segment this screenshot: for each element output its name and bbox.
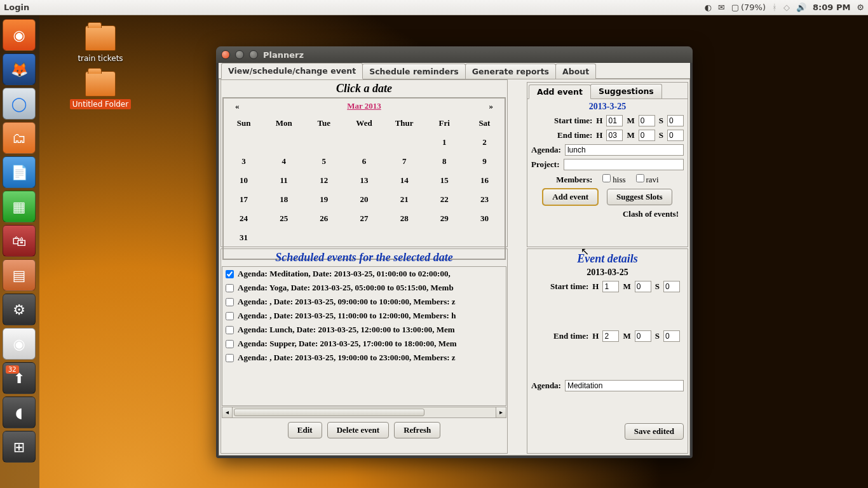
member-checkbox-hiss[interactable]: hiss [602, 174, 625, 185]
mail-icon[interactable]: ✉ [718, 3, 725, 12]
calendar-cell[interactable]: 13 [344, 171, 384, 190]
calendar-cell[interactable]: 14 [384, 171, 424, 190]
event-list-item[interactable]: Agenda: , Date: 2013-03-25, 19:00:00 to … [222, 351, 506, 365]
calendar-cell[interactable]: 2 [465, 133, 505, 152]
calendar-cell[interactable]: 30 [465, 209, 505, 228]
event-list-item[interactable]: Agenda: Meditation, Date: 2013-03-25, 01… [222, 267, 506, 281]
event-checkbox[interactable] [226, 270, 234, 278]
files-icon[interactable]: 🗂 [3, 122, 36, 154]
impress-icon[interactable]: ▤ [3, 259, 36, 291]
calendar-cell[interactable]: 4 [264, 152, 304, 171]
calendar-cell[interactable]: 9 [465, 152, 505, 171]
clock[interactable]: 8:09 PM [813, 3, 850, 12]
calendar-cell[interactable]: 12 [304, 171, 344, 190]
calendar-cell[interactable]: 5 [304, 152, 344, 171]
messaging-icon[interactable]: ◐ [704, 3, 711, 12]
calendar-cell[interactable]: 28 [384, 209, 424, 228]
calendar-cell[interactable]: 25 [264, 209, 304, 228]
scroll-thumb[interactable] [234, 409, 424, 416]
battery-indicator[interactable]: ▢(79%) [731, 3, 766, 12]
desktop-folder-untitled[interactable]: Untitled Folder [69, 71, 132, 109]
chromium-icon[interactable]: ◯ [3, 88, 36, 119]
window-titlebar[interactable]: Plannerz [216, 46, 693, 63]
writer-icon[interactable]: 📄 [3, 156, 36, 188]
refresh-button[interactable]: Refresh [394, 422, 440, 438]
calendar-cell[interactable]: 24 [224, 209, 264, 228]
calendar-cell[interactable]: 15 [424, 171, 465, 190]
volume-icon[interactable]: 🔊 [796, 3, 806, 12]
desktop-folder-train-tickets[interactable]: train tickets [69, 25, 132, 64]
calendar-cell[interactable]: 7 [384, 152, 424, 171]
add-event-button[interactable]: Add event [543, 189, 598, 205]
settings-icon[interactable]: ⚙ [3, 294, 36, 325]
agenda-input[interactable] [565, 144, 684, 156]
network-icon[interactable]: ◇ [783, 3, 790, 12]
start-min-input[interactable] [639, 115, 655, 126]
scroll-right-icon[interactable]: ▸ [496, 407, 506, 417]
event-list-item[interactable]: Agenda: , Date: 2013-03-25, 11:00:00 to … [222, 309, 506, 323]
details-start-sec[interactable] [663, 281, 680, 292]
tab-add-event[interactable]: Add event [529, 85, 591, 99]
calendar-cell[interactable]: 20 [344, 190, 384, 209]
tab-view-schedule[interactable]: View/schedule/change event [221, 63, 363, 79]
suggest-slots-button[interactable]: Suggest Slots [607, 189, 672, 205]
delete-event-button[interactable]: Delete event [327, 422, 390, 438]
details-start-min[interactable] [635, 281, 651, 292]
tab-reminders[interactable]: Schedule reminders [362, 64, 466, 79]
tab-suggestions[interactable]: Suggestions [590, 84, 662, 98]
close-icon[interactable] [221, 50, 230, 59]
details-end-hour[interactable] [602, 330, 619, 342]
event-checkbox[interactable] [226, 284, 234, 292]
calendar-next[interactable]: » [489, 101, 494, 111]
calendar-cell[interactable]: 3 [224, 152, 264, 171]
details-start-hour[interactable] [602, 281, 619, 292]
calendar-cell[interactable]: 26 [304, 209, 344, 228]
calendar-cell[interactable]: 18 [264, 190, 304, 209]
event-list-item[interactable]: Agenda: , Date: 2013-03-25, 09:00:00 to … [222, 295, 506, 309]
minimize-icon[interactable] [235, 50, 244, 59]
session-icon[interactable]: ⚙ [857, 3, 864, 12]
event-checkbox[interactable] [226, 340, 234, 348]
updates-icon[interactable]: ⬆ [3, 362, 36, 394]
start-sec-input[interactable] [667, 115, 684, 126]
end-min-input[interactable] [639, 130, 655, 141]
calendar-cell[interactable]: 29 [424, 209, 465, 228]
workspace-switcher-icon[interactable]: ⊞ [3, 431, 36, 463]
edit-button[interactable]: Edit [288, 422, 322, 438]
calendar-cell[interactable]: 8 [424, 152, 465, 171]
eclipse-icon[interactable]: ◖ [3, 396, 36, 428]
chrome-icon[interactable]: ◉ [3, 328, 36, 360]
calendar-cell[interactable]: 10 [224, 171, 264, 190]
dash-icon[interactable]: ◉ [3, 19, 36, 51]
details-end-min[interactable] [635, 330, 651, 342]
calendar-month[interactable]: Mar 2013 [347, 101, 381, 111]
calendar-cell[interactable]: 11 [264, 171, 304, 190]
calendar-cell[interactable]: 22 [424, 190, 465, 209]
save-edited-button[interactable]: Save edited [625, 423, 684, 440]
scroll-left-icon[interactable]: ◂ [222, 407, 233, 417]
calendar-cell[interactable]: 21 [384, 190, 424, 209]
calendar-cell[interactable]: 17 [224, 190, 264, 209]
event-checkbox[interactable] [226, 354, 234, 362]
end-sec-input[interactable] [667, 130, 684, 141]
project-input[interactable] [564, 159, 684, 170]
calendar-prev[interactable]: « [235, 101, 240, 111]
tab-about[interactable]: About [555, 64, 596, 79]
start-hour-input[interactable] [606, 115, 623, 126]
event-list-item[interactable]: Agenda: Lunch, Date: 2013-03-25, 12:00:0… [222, 323, 506, 337]
end-hour-input[interactable] [606, 130, 623, 141]
event-list-item[interactable]: Agenda: Supper, Date: 2013-03-25, 17:00:… [222, 337, 506, 351]
calendar-cell[interactable]: 1 [424, 133, 465, 152]
tab-reports[interactable]: Generate reports [465, 64, 556, 79]
event-checkbox[interactable] [226, 312, 234, 320]
event-checkbox[interactable] [226, 298, 234, 306]
calendar-cell[interactable]: 19 [304, 190, 344, 209]
event-list-item[interactable]: Agenda: Yoga, Date: 2013-03-25, 05:00:00… [222, 281, 506, 295]
bluetooth-icon[interactable]: ᚼ [772, 3, 777, 12]
calendar-cell[interactable]: 16 [465, 171, 505, 190]
member-checkbox-ravi[interactable]: ravi [636, 174, 659, 185]
details-end-sec[interactable] [663, 330, 680, 342]
calendar-cell[interactable]: 23 [465, 190, 505, 209]
firefox-icon[interactable]: 🦊 [3, 53, 36, 85]
calendar-cell[interactable]: 6 [344, 152, 384, 171]
